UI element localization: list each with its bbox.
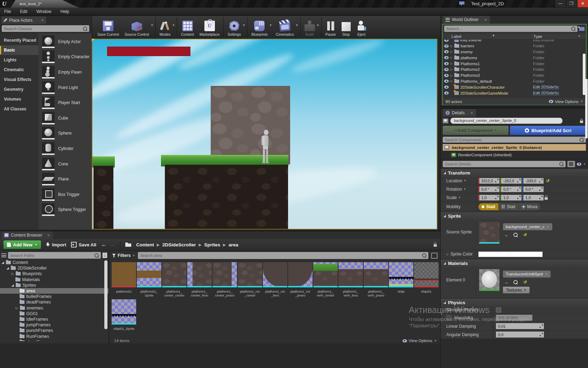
tree-item-punchframes[interactable]: punchFrames <box>0 328 108 333</box>
visibility-eye-icon[interactable] <box>444 80 449 83</box>
place-item-empty-character[interactable]: Empty Character <box>38 49 92 65</box>
place-item-empty-actor[interactable]: Empty Actor <box>38 34 92 49</box>
level-tab[interactable]: test_level_2* <box>10 0 79 8</box>
drag-handle-icon[interactable] <box>517 188 520 191</box>
place-item-cube[interactable]: Cube <box>38 110 92 126</box>
material-select[interactable]: TranslucentUnlitSprit▼ <box>503 271 551 278</box>
category-volumes[interactable]: Volumes <box>0 94 38 104</box>
tree-item-sprites[interactable]: ◢Sprites <box>0 282 108 288</box>
level-viewport[interactable] <box>92 39 438 230</box>
display-filter-eye-icon[interactable] <box>577 163 581 166</box>
outliner-row[interactable]: ▷platformsFolder <box>443 55 586 61</box>
asset-shipi[interactable]: shipi <box>389 262 413 299</box>
place-item-cylinder[interactable]: Cylinder <box>38 141 92 156</box>
asset-platform1-niz-levo[interactable]: platform1_niz _levo <box>263 262 287 299</box>
drag-handle-icon[interactable] <box>517 179 520 182</box>
drag-handle-icon[interactable] <box>539 179 542 182</box>
details-scrollbar[interactable] <box>585 79 588 138</box>
rotation-label[interactable]: Rotation▼ <box>441 185 476 193</box>
save-all-button[interactable]: Save All <box>71 242 96 247</box>
search-components-input[interactable]: Search Components <box>443 137 586 143</box>
blueprints-button[interactable]: Blueprints <box>248 16 271 38</box>
outliner-row[interactable]: ▷Platforms1Folder <box>443 61 586 67</box>
use-selected-icon[interactable]: ← <box>504 233 509 237</box>
rotation-x-input[interactable]: 0,0 ° <box>478 186 499 192</box>
outliner-view-options[interactable]: View Options▼ <box>549 100 583 104</box>
save-search-icon[interactable] <box>431 253 438 259</box>
search-classes-input[interactable]: Search Classes <box>2 25 89 32</box>
type-column-header[interactable]: Type <box>533 34 542 39</box>
component-instance-row[interactable]: background_center_center_Sprite_0 (Insta… <box>443 144 586 151</box>
place-item-empty-pawn[interactable]: Empty Pawn <box>38 64 92 80</box>
materials-section-header[interactable]: Materials <box>441 259 588 267</box>
outliner-row[interactable]: 2DSideScrollerCharacterEdit 2DSideSc <box>443 84 586 90</box>
actor-name-field[interactable]: background_center_center_Sprite_0 <box>450 118 562 124</box>
mobility-movable-option[interactable]: Mova <box>519 203 541 210</box>
visibility-eye-icon[interactable] <box>444 62 449 65</box>
drag-handle-icon[interactable] <box>540 325 543 328</box>
visibility-eye-icon[interactable] <box>444 50 449 53</box>
reset-to-default-icon[interactable]: ↺ <box>523 280 527 285</box>
drag-handle-icon[interactable] <box>539 196 542 199</box>
list-view-icon[interactable] <box>103 253 107 258</box>
tree-item-jumpframes[interactable]: jumpFrames <box>0 322 108 328</box>
location-label[interactable]: Location▼ <box>441 177 476 185</box>
material-thumbnail[interactable] <box>479 269 499 291</box>
scale-y-input[interactable]: 1,0 <box>500 195 522 200</box>
drag-handle-icon[interactable] <box>495 179 498 182</box>
breadcrumb-area[interactable]: area <box>229 242 238 247</box>
visibility-eye-icon[interactable] <box>444 40 449 42</box>
stop-button[interactable]: Stop <box>339 16 354 38</box>
blueprint-add-script-button[interactable]: Blueprint/Add Scri <box>510 126 586 135</box>
content-view-options[interactable]: View Options▼ <box>402 339 437 343</box>
visibility-eye-icon[interactable] <box>444 45 449 48</box>
category-geometry[interactable]: Geometry <box>0 84 38 94</box>
mobility-stationary-option[interactable]: Stati <box>499 203 519 210</box>
rotation-y-input[interactable]: 0,0 ° <box>500 186 522 192</box>
place-actors-tab[interactable]: Place Actors ✕ <box>1 16 46 24</box>
marketplace-button[interactable]: Marketplace <box>197 16 222 38</box>
cinematics-dropdown[interactable]: ▼ <box>295 23 299 27</box>
breadcrumb-content[interactable]: Content <box>136 242 154 247</box>
display-filter-dropdown[interactable]: ▼ <box>583 163 586 166</box>
eject-button[interactable]: Eject <box>354 16 370 38</box>
tree-item-blueprints[interactable]: ▷Blueprints <box>0 271 108 277</box>
visibility-eye-icon[interactable] <box>444 86 449 89</box>
search-assets-input[interactable]: Search area <box>138 252 428 259</box>
place-item-box-trigger[interactable]: Box Trigger <box>38 187 92 202</box>
tree-item-idleframes[interactable]: IdleFrames <box>0 316 108 322</box>
feedback-icon[interactable] <box>459 1 464 6</box>
asset-platform1-niz-pravo[interactable]: platform1_niz _pravo <box>288 262 313 299</box>
place-item-plane[interactable]: Plane <box>38 171 92 187</box>
outliner-row[interactable]: KillZVolumeKillZVolume <box>443 40 586 43</box>
maximize-button[interactable]: ❐ <box>566 0 577 7</box>
search-paths-input[interactable]: Search Paths <box>8 252 101 259</box>
add-component-button[interactable]: +Add Component▼ <box>443 126 509 135</box>
content-button[interactable]: Content <box>178 16 197 38</box>
asset-shipi01-sprite[interactable]: shipi01_Sprite <box>112 299 136 336</box>
source-sprite-select[interactable]: background_center_c▼ <box>503 223 552 230</box>
sprite-section-header[interactable]: Sprite <box>441 212 588 220</box>
drag-handle-icon[interactable] <box>495 188 498 191</box>
tree-item-deadframes[interactable]: deadFrames <box>0 299 108 305</box>
tree-item-area[interactable]: area <box>0 288 108 294</box>
place-item-sphere[interactable]: Sphere <box>38 126 92 141</box>
forward-arrow-button[interactable]: → <box>110 241 115 248</box>
search-details-input[interactable]: Search Details <box>443 161 566 167</box>
drag-handle-icon[interactable] <box>540 333 543 336</box>
tree-item-gg01[interactable]: GG01 <box>0 311 108 316</box>
label-column-header[interactable]: Label <box>443 34 461 39</box>
menu-edit[interactable]: Edit <box>20 9 27 14</box>
location-x-input[interactable]: 3312,0 <box>478 178 499 184</box>
mass-value-field[interactable]: 326,337891 <box>496 315 532 321</box>
visibility-eye-icon[interactable] <box>444 91 449 95</box>
build-dropdown[interactable]: ▼ <box>316 23 320 27</box>
collapse-sources-icon[interactable] <box>1 253 6 258</box>
sprite-color-swatch[interactable] <box>478 252 542 257</box>
source-control-dropdown[interactable]: ▼ <box>150 23 154 27</box>
drag-handle-icon[interactable] <box>539 188 542 191</box>
asset-platform01-sprite[interactable]: platform01_ Sprite <box>137 262 161 299</box>
property-matrix-button[interactable] <box>567 161 575 167</box>
asset-platform01[interactable]: platform01 <box>112 262 136 299</box>
transform-section-header[interactable]: Transform <box>441 169 588 177</box>
